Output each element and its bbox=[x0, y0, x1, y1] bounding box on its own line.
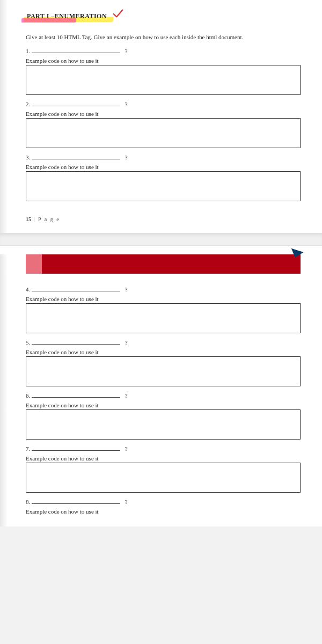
item-number: 1. bbox=[26, 48, 30, 54]
doc-title-wrap: PART I –ENUMERATION bbox=[26, 11, 110, 21]
example-label: Example code on how to use it bbox=[26, 349, 301, 355]
example-label: Example code on how to use it bbox=[26, 57, 301, 64]
answer-blank[interactable] bbox=[32, 498, 120, 504]
enum-item: 8. ? Example code on how to use it bbox=[26, 498, 301, 515]
question-mark: ? bbox=[125, 392, 128, 399]
item-number: 6. bbox=[26, 392, 30, 399]
page-2-header-banner bbox=[26, 254, 301, 274]
answer-blank[interactable] bbox=[32, 339, 120, 345]
question-mark: ? bbox=[125, 48, 128, 54]
answer-blank[interactable] bbox=[32, 47, 120, 53]
example-code-box[interactable] bbox=[26, 303, 301, 333]
example-label: Example code on how to use it bbox=[26, 455, 301, 462]
banner-red bbox=[39, 254, 301, 274]
item-number: 7. bbox=[26, 445, 30, 452]
example-code-box[interactable] bbox=[26, 463, 301, 493]
enum-item: 4. ? Example code on how to use it bbox=[26, 286, 301, 333]
example-label: Example code on how to use it bbox=[26, 508, 301, 515]
check-icon bbox=[112, 8, 124, 19]
question-mark: ? bbox=[125, 154, 128, 160]
example-code-box[interactable] bbox=[26, 171, 301, 201]
instruction-text: Give at least 10 HTML Tag. Give an examp… bbox=[26, 33, 301, 42]
page-edge-shadow bbox=[0, 254, 8, 526]
item-number: 5. bbox=[26, 339, 30, 346]
page-number: 15 | P a g e bbox=[26, 216, 301, 222]
question-mark: ? bbox=[125, 339, 128, 346]
example-label: Example code on how to use it bbox=[26, 111, 301, 117]
question-mark: ? bbox=[125, 445, 128, 452]
answer-blank[interactable] bbox=[32, 286, 120, 291]
example-label: Example code on how to use it bbox=[26, 296, 301, 302]
answer-blank[interactable] bbox=[32, 392, 120, 398]
worksheet-page-2: 4. ? Example code on how to use it 5. ? … bbox=[0, 254, 322, 526]
enum-item: 6. ? Example code on how to use it bbox=[26, 392, 301, 440]
example-code-box[interactable] bbox=[26, 409, 301, 440]
page-number-value: 15 bbox=[26, 216, 31, 222]
doc-title: PART I –ENUMERATION bbox=[26, 11, 110, 21]
answer-blank[interactable] bbox=[32, 445, 120, 451]
enum-item: 1. ? Example code on how to use it bbox=[26, 47, 301, 95]
item-number: 2. bbox=[26, 101, 30, 107]
question-mark: ? bbox=[125, 101, 128, 107]
example-code-box[interactable] bbox=[26, 65, 301, 95]
example-code-box[interactable] bbox=[26, 356, 301, 386]
answer-blank[interactable] bbox=[32, 100, 120, 106]
page-number-suffix: | P a g e bbox=[31, 216, 60, 222]
question-mark: ? bbox=[125, 499, 128, 505]
question-mark: ? bbox=[125, 286, 128, 292]
page-edge-shadow bbox=[0, 0, 8, 233]
worksheet-page-1: PART I –ENUMERATION Give at least 10 HTM… bbox=[0, 0, 322, 233]
example-label: Example code on how to use it bbox=[26, 164, 301, 170]
banner-pink bbox=[26, 254, 42, 274]
enum-item: 3. ? Example code on how to use it bbox=[26, 153, 301, 201]
item-number: 4. bbox=[26, 286, 30, 292]
enum-item: 7. ? Example code on how to use it bbox=[26, 445, 301, 493]
enum-item: 2. ? Example code on how to use it bbox=[26, 100, 301, 148]
example-label: Example code on how to use it bbox=[26, 402, 301, 408]
answer-blank[interactable] bbox=[32, 153, 120, 159]
item-number: 8. bbox=[26, 499, 30, 505]
example-code-box[interactable] bbox=[26, 118, 301, 148]
enum-item: 5. ? Example code on how to use it bbox=[26, 339, 301, 386]
item-number: 3. bbox=[26, 154, 30, 160]
page-divider bbox=[0, 233, 322, 246]
